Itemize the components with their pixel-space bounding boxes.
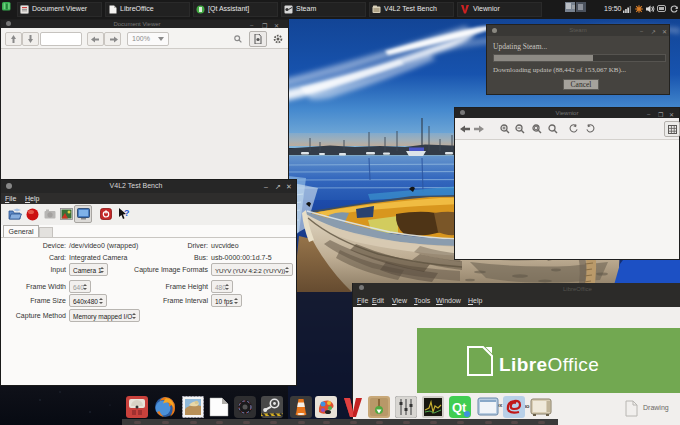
svg-text:?: ? xyxy=(124,208,130,218)
